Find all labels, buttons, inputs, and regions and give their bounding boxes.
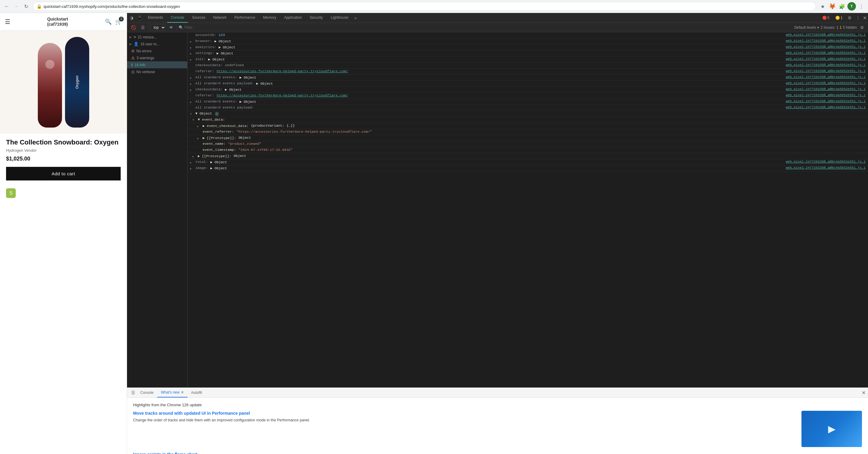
log-entry-checkoutdata1: checkoutdata: undefined web_pixel-247726… bbox=[187, 63, 868, 69]
shop-logo: Quickstart (caf71939) bbox=[47, 17, 68, 27]
tab-memory[interactable]: Memory bbox=[259, 13, 280, 23]
cart-badge: 2 bbox=[119, 17, 124, 22]
log-source-allevents-payload1[interactable]: web_pixel-247726335@_a@0c4a5b52e551_js.1 bbox=[786, 81, 866, 85]
verbose-label: No verbose bbox=[136, 70, 185, 74]
sidebar-item-verbose[interactable]: ◎ No verbose bbox=[127, 68, 187, 75]
devtools-close-button[interactable]: ✕ bbox=[863, 15, 867, 21]
tab-security[interactable]: Security bbox=[306, 13, 326, 23]
sidebar-item-info[interactable]: ℹ 16 info bbox=[127, 61, 187, 68]
address-bar[interactable]: 🔒 quickstart-caf71939.myshopify.com/prod… bbox=[33, 2, 816, 11]
back-button[interactable]: ← bbox=[2, 2, 11, 10]
wn-article-1-title[interactable]: Move tracks around with updated UI in Pe… bbox=[133, 411, 797, 416]
search-button[interactable]: 🔍 bbox=[105, 19, 112, 25]
console-log: accountID: 123 web_pixel-247726335@_a@0c… bbox=[187, 32, 868, 388]
lock-icon: 🔒 bbox=[37, 4, 42, 9]
menu-button[interactable]: ⋮ bbox=[857, 2, 866, 10]
warn-count-badge[interactable]: 🟡 1 bbox=[833, 14, 845, 21]
log-entry-image: ▶ image: ▶ Object web_pixel-247726335@_a… bbox=[187, 165, 868, 171]
extension-fox-button[interactable]: 🦊 bbox=[828, 2, 837, 10]
more-tabs-button[interactable]: » bbox=[353, 13, 359, 23]
context-selector[interactable]: top bbox=[150, 24, 166, 31]
wn-tab-console[interactable]: Console bbox=[137, 388, 157, 397]
log-source-image[interactable]: web_pixel-247726335@_a@0c4a5b52e551_js.1 bbox=[786, 166, 866, 169]
sidebar-item-messages[interactable]: ▶ ≡ 21 messa... bbox=[127, 34, 187, 40]
filter-area: 🔍 bbox=[179, 25, 793, 30]
info-badge: i bbox=[215, 112, 219, 116]
log-entry-event-name: event_name: "product_viewed" bbox=[187, 141, 868, 147]
error-count-badge[interactable]: 🔴 5 bbox=[820, 14, 832, 21]
log-source-checkoutdata1[interactable]: web_pixel-247726335@_a@0c4a5b52e551_js.1 bbox=[786, 63, 866, 67]
hamburger-menu-button[interactable]: ☰ bbox=[5, 18, 10, 25]
console-toolbar: 🚫 ☰ top 👁 🔍 Default levels ▾ 2 Issues: 1… bbox=[127, 23, 868, 32]
log-source-checkoutdata2[interactable]: web_pixel-247726335@_a@0c4a5b52e551_js.1 bbox=[786, 87, 866, 91]
bookmark-button[interactable]: ★ bbox=[818, 2, 827, 10]
forward-button[interactable]: → bbox=[12, 2, 21, 10]
sidebar-item-warnings[interactable]: ⚠ 5 warnings bbox=[127, 55, 187, 61]
messages-icon: ≡ bbox=[134, 35, 136, 39]
log-source-referrer1[interactable]: web_pixel-247726335@_a@0c4a5b52e551_js.1 bbox=[786, 69, 866, 73]
filter-input[interactable] bbox=[185, 25, 793, 30]
issue-error-count: 1 bbox=[837, 25, 839, 30]
wn-tab-close-button[interactable]: ✕ bbox=[181, 390, 184, 394]
error-icon: 🔴 bbox=[822, 16, 827, 20]
tab-lighthouse[interactable]: Lighthouse bbox=[327, 13, 352, 23]
tab-sources[interactable]: Sources bbox=[188, 13, 209, 23]
browser-chrome: ← → ↻ 🔒 quickstart-caf71939.myshopify.co… bbox=[0, 0, 868, 13]
log-entry-allevents-payload1: ▶ All standard events payload: ▶ Object … bbox=[187, 81, 868, 87]
log-source-init[interactable]: web_pixel-247726335@_a@0c4a5b52e551_js.1 bbox=[786, 57, 866, 61]
filter-sidebar-button[interactable]: ☰ bbox=[140, 24, 146, 31]
console-settings-button[interactable]: ⚙ bbox=[859, 24, 866, 31]
devtools-device-button[interactable]: 📱 bbox=[135, 14, 144, 21]
log-source-settings[interactable]: web_pixel-247726335@_a@0c4a5b52e551_js.1 bbox=[786, 51, 866, 55]
log-source-referrer2[interactable]: web_pixel-247726335@_a@0c4a5b52e551_js.1 bbox=[786, 93, 866, 97]
log-source-allevents-payload2[interactable]: web_pixel-247726335@_a@0c4a5b52e551_js.1 bbox=[786, 105, 866, 109]
whats-new-close-button[interactable]: ✕ bbox=[862, 390, 866, 396]
devtools-element-inspector-button[interactable]: ◑ bbox=[128, 14, 135, 21]
info-icon: ℹ bbox=[131, 63, 133, 67]
log-source-browser[interactable]: web_pixel-247726335@_a@0c4a5b52e551_js.1 bbox=[786, 39, 866, 43]
log-source-allevents2[interactable]: web_pixel-247726335@_a@0c4a5b52e551_js.1 bbox=[786, 99, 866, 103]
eye-button[interactable]: 👁 bbox=[167, 24, 175, 31]
shop-page: ☰ Quickstart (caf71939) 🔍 🛒 2 The Collec… bbox=[0, 13, 127, 454]
wn-tab-autofill[interactable]: Autofill bbox=[187, 388, 206, 397]
user-messages-label: 16 user m... bbox=[140, 42, 185, 46]
devtools-more-button[interactable]: ⋮ bbox=[855, 14, 862, 21]
user-messages-icon: 👤 bbox=[134, 42, 138, 46]
tab-network[interactable]: Network bbox=[210, 13, 230, 23]
log-source-allevents1[interactable]: web_pixel-247726335@_a@0c4a5b52e551_js.1 bbox=[786, 75, 866, 79]
browser-actions: ★ 🦊 🧩 T ⋮ bbox=[818, 2, 866, 10]
filter-icon: 🔍 bbox=[179, 25, 183, 30]
whats-new-tab-menu[interactable]: ☰ bbox=[129, 389, 137, 396]
add-to-cart-button[interactable]: Add to cart bbox=[6, 167, 121, 181]
product-image-area bbox=[0, 31, 127, 134]
tab-application[interactable]: Application bbox=[280, 13, 306, 23]
wn-article-1-row: Move tracks around with updated UI in Pe… bbox=[133, 411, 862, 447]
tab-elements[interactable]: Elements bbox=[144, 13, 167, 23]
sidebar-item-user-messages[interactable]: ▶ 👤 16 user m... bbox=[127, 40, 187, 47]
reload-button[interactable]: ↻ bbox=[22, 2, 30, 10]
log-source-accountid[interactable]: web_pixel-247726335@_a@0c4a5b52e551_js.1 bbox=[786, 33, 866, 37]
wn-article-2-title[interactable]: Ignore scripts in the flame chart bbox=[133, 452, 862, 454]
tab-performance[interactable]: Performance bbox=[231, 13, 259, 23]
log-source-total[interactable]: web_pixel-247726335@_a@0c4a5b52e551_js.1 bbox=[786, 160, 866, 164]
wn-tab-whats-new[interactable]: What's new ✕ bbox=[157, 388, 187, 397]
warn-icon: 🟡 bbox=[835, 16, 840, 20]
shopify-logo-area: S bbox=[0, 185, 127, 201]
whats-new-tabs: ☰ Console What's new ✕ Autofill ✕ bbox=[127, 388, 868, 398]
sidebar-item-errors[interactable]: ⊘ No errors bbox=[127, 47, 187, 55]
log-entry-accountid: accountID: 123 web_pixel-247726335@_a@0c… bbox=[187, 32, 868, 38]
url-text: quickstart-caf71939.myshopify.com/produc… bbox=[43, 4, 812, 9]
extensions-button[interactable]: 🧩 bbox=[838, 2, 846, 10]
log-entry-allevents1: ▶ All standard events: ▶ Object web_pixe… bbox=[187, 75, 868, 81]
devtools-settings-button[interactable]: ⚙ bbox=[846, 14, 853, 21]
default-levels-button[interactable]: Default levels ▾ bbox=[794, 25, 819, 30]
tab-console[interactable]: Console bbox=[167, 13, 188, 23]
log-source-analytics[interactable]: web_pixel-247726335@_a@0c4a5b52e551_js.1 bbox=[786, 45, 866, 48]
log-entry-event-referrer: event_referrer: "https://accessories-fur… bbox=[187, 129, 868, 135]
clear-console-button[interactable]: 🚫 bbox=[129, 24, 137, 31]
profile-button[interactable]: T bbox=[847, 2, 856, 10]
cart-button[interactable]: 🛒 2 bbox=[115, 19, 122, 25]
log-entry-prototype2: ▶ ▶ [[Prototype]]: Object bbox=[187, 153, 868, 159]
warnings-label: 5 warnings bbox=[137, 56, 185, 60]
wn-article-1-thumbnail bbox=[802, 411, 862, 447]
